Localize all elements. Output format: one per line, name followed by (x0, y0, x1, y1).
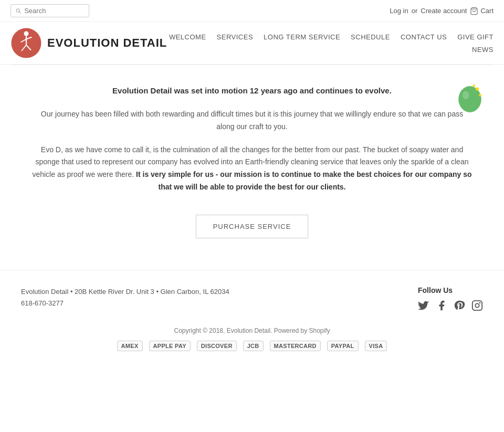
svg-point-15 (463, 91, 469, 99)
purchase-btn-wrapper: PURCHASE SERVICE (32, 215, 472, 238)
social-icons (418, 300, 483, 311)
payment-discover: DISCOVER (197, 341, 237, 351)
top-right-nav: Log in or Create account Cart (390, 7, 494, 15)
nav-top: WELCOME SERVICES LONG TERM SERVICE SCHED… (169, 33, 494, 41)
svg-point-0 (16, 8, 19, 12)
body-para1: Our journey has been filled with both re… (32, 108, 472, 133)
body-para2: Evo D, as we have come to call it, is th… (32, 144, 472, 194)
twitter-icon[interactable] (418, 300, 429, 311)
footer: Evolution Detail • 20B Kettle River Dr. … (0, 270, 504, 367)
intro-text: Evolution Detail was set into motion 12 … (32, 86, 472, 95)
footer-bottom: Copyright © 2018, Evolution Detail. Powe… (21, 327, 483, 351)
follow-us-title: Follow Us (418, 286, 483, 294)
address-line1: Evolution Detail • 20B Kettle River Dr. … (21, 286, 229, 298)
svg-point-17 (475, 303, 479, 307)
cart-label: Cart (480, 7, 494, 15)
main-content: Evolution Detail was set into motion 12 … (16, 86, 488, 238)
copyright-text: Copyright © 2018, Evolution Detail. Powe… (21, 327, 483, 334)
top-bar: Log in or Create account Cart (0, 0, 504, 22)
payment-paypal: PAYPAL (327, 341, 359, 351)
nav-long-term[interactable]: LONG TERM SERVICE (264, 33, 340, 41)
nav-news[interactable]: NEWS (472, 46, 494, 54)
search-wrapper[interactable] (10, 4, 89, 17)
facebook-icon[interactable] (436, 300, 447, 311)
payment-amex: AMEX (117, 341, 143, 351)
svg-point-14 (472, 85, 475, 87)
address-line2: 618-670-3277 (21, 298, 229, 309)
payment-visa: VISA (365, 341, 387, 351)
search-input[interactable] (24, 7, 85, 15)
nav-schedule[interactable]: SCHEDULE (351, 33, 390, 41)
logo-text: EVOLUTION DETAIL (47, 36, 167, 50)
svg-point-13 (479, 94, 481, 97)
pinterest-icon[interactable] (454, 300, 465, 311)
nav-bottom: NEWS (472, 45, 494, 54)
search-icon (15, 7, 22, 15)
login-link[interactable]: Log in (390, 7, 408, 15)
payment-icons: AMEX APPLE PAY DISCOVER JCB MASTERCARD P… (21, 341, 483, 351)
create-account-link[interactable]: Create account (421, 7, 467, 15)
nav-wrapper: WELCOME SERVICES LONG TERM SERVICE SCHED… (169, 33, 494, 54)
footer-follow: Follow Us (418, 286, 483, 311)
logo-icon (10, 27, 42, 59)
svg-rect-16 (472, 301, 482, 310)
nav-give-gift[interactable]: GIVE GIFT (457, 33, 494, 41)
header-divider (10, 65, 494, 65)
nav-contact[interactable]: CONTACT US (401, 33, 447, 41)
or-label: or (412, 7, 418, 15)
svg-point-12 (476, 87, 479, 90)
cart-wrapper[interactable]: Cart (470, 7, 494, 15)
logo-link[interactable]: EVOLUTION DETAIL (10, 27, 167, 59)
svg-line-1 (19, 12, 20, 13)
nav-services[interactable]: SERVICES (217, 33, 254, 41)
footer-top: Evolution Detail • 20B Kettle River Dr. … (21, 286, 483, 311)
payment-applepay: APPLE PAY (149, 341, 191, 351)
payment-jcb: JCB (243, 341, 264, 351)
para2-bold: It is very simple for us - our mission i… (136, 170, 471, 191)
nav-welcome[interactable]: WELCOME (169, 33, 206, 41)
payment-mastercard: MASTERCARD (270, 341, 321, 351)
footer-address: Evolution Detail • 20B Kettle River Dr. … (21, 286, 229, 309)
eco-icon (452, 81, 488, 118)
purchase-service-button[interactable]: PURCHASE SERVICE (196, 215, 309, 238)
svg-point-4 (24, 31, 29, 36)
svg-point-18 (479, 302, 481, 303)
instagram-icon[interactable] (471, 300, 483, 311)
header: EVOLUTION DETAIL WELCOME SERVICES LONG T… (0, 22, 504, 65)
cart-icon (470, 7, 478, 15)
